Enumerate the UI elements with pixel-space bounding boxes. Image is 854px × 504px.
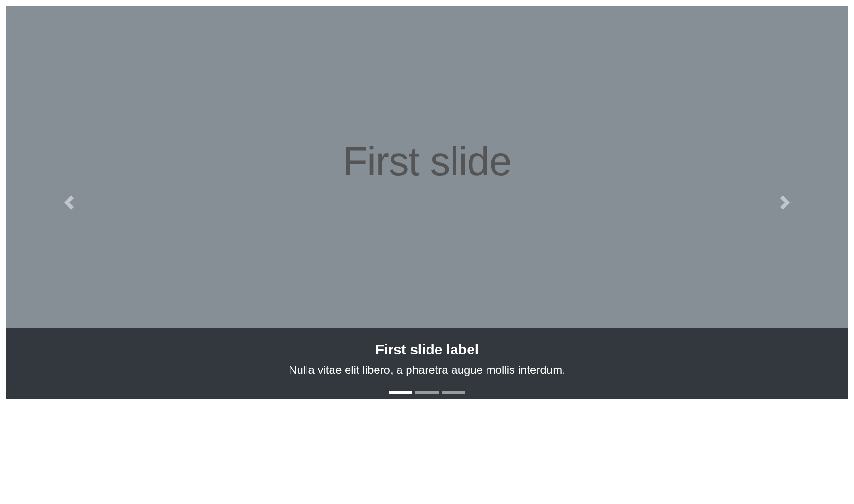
chevron-left-icon xyxy=(62,195,76,210)
carousel-indicator-1[interactable] xyxy=(415,391,439,394)
carousel-prev-button[interactable] xyxy=(6,6,132,399)
caption-title: First slide label xyxy=(15,342,839,358)
carousel-indicator-0[interactable] xyxy=(389,391,412,394)
slide-image-text: First slide xyxy=(343,138,512,185)
carousel-next-button[interactable] xyxy=(722,6,848,399)
chevron-right-icon xyxy=(778,195,792,210)
caption-text: Nulla vitae elit libero, a pharetra augu… xyxy=(15,363,839,377)
carousel-indicators xyxy=(389,391,465,394)
carousel: First slide First slide label Nulla vita… xyxy=(6,6,848,399)
carousel-indicator-2[interactable] xyxy=(442,391,465,394)
